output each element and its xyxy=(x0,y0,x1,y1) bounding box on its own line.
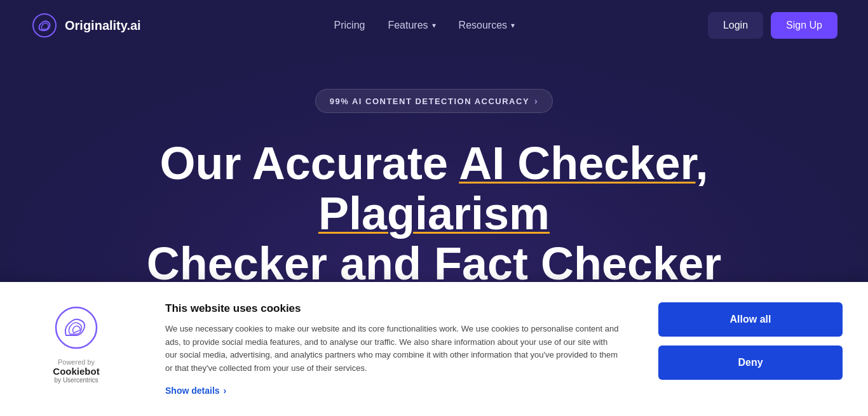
nav-pricing[interactable]: Pricing xyxy=(334,20,365,31)
features-chevron-icon: ▾ xyxy=(432,21,436,30)
show-details-text: Show details xyxy=(165,386,220,396)
heading-ai-checker: AI Checker xyxy=(459,138,695,189)
nav-resources[interactable]: Resources ▾ xyxy=(459,20,515,31)
allow-all-button[interactable]: Allow all xyxy=(658,302,843,337)
cookiebot-name: Cookiebot xyxy=(53,366,99,377)
logo-text: Originality.ai xyxy=(65,18,141,33)
logo-icon xyxy=(31,11,58,39)
heading-prefix: Our Accurate xyxy=(159,138,459,189)
svg-point-1 xyxy=(56,307,97,348)
nav-links: Pricing Features ▾ Resources ▾ xyxy=(334,20,515,31)
powered-by-text: Powered by xyxy=(58,358,95,366)
resources-chevron-icon: ▾ xyxy=(511,21,515,30)
show-details-arrow-icon: › xyxy=(224,386,227,396)
cookie-title: This website uses cookies xyxy=(165,302,620,315)
accuracy-badge[interactable]: 99% AI CONTENT DETECTION ACCURACY › xyxy=(315,89,553,113)
logo-area[interactable]: Originality.ai xyxy=(31,11,141,39)
cookiebot-branding: Powered by Cookiebot by Usercentrics xyxy=(53,358,99,384)
cookiebot-logo-icon xyxy=(51,302,102,353)
signup-button[interactable]: Sign Up xyxy=(771,12,837,39)
show-details-link[interactable]: Show details › xyxy=(165,386,620,396)
cookie-buttons: Allow all Deny xyxy=(658,302,843,380)
svg-point-0 xyxy=(33,14,56,37)
cookie-body-text: We use necessary cookies to make our web… xyxy=(165,323,620,375)
nav-features[interactable]: Features ▾ xyxy=(388,20,435,31)
cookie-banner: Powered by Cookiebot by Usercentrics Thi… xyxy=(0,282,868,416)
deny-button[interactable]: Deny xyxy=(658,346,843,380)
badge-text: 99% AI CONTENT DETECTION ACCURACY xyxy=(330,97,529,106)
login-button[interactable]: Login xyxy=(708,12,763,39)
cookie-content: This website uses cookies We use necessa… xyxy=(165,302,620,396)
navbar: Originality.ai Pricing Features ▾ Resour… xyxy=(0,0,868,51)
nav-buttons: Login Sign Up xyxy=(708,12,837,39)
cookiebot-sub: by Usercentrics xyxy=(55,377,98,384)
heading-comma: , xyxy=(696,138,709,189)
cookie-logo-area: Powered by Cookiebot by Usercentrics xyxy=(25,302,127,384)
badge-arrow-icon: › xyxy=(534,96,538,106)
